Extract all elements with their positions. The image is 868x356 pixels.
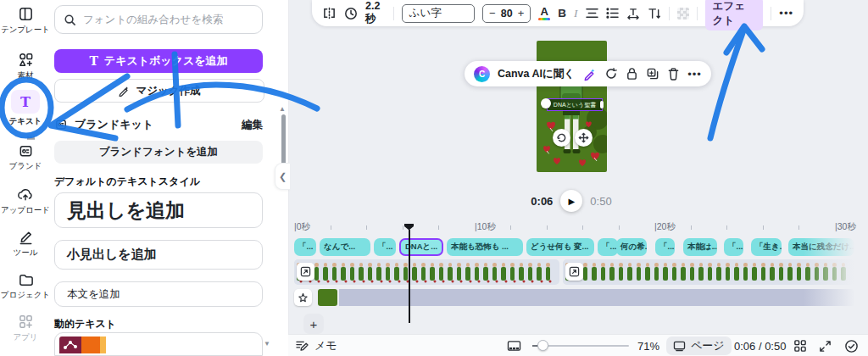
zoom-percentage[interactable]: 71%: [637, 335, 659, 356]
text-align-icon[interactable]: [586, 8, 598, 19]
panel-scroll-up-icon[interactable]: ▲: [279, 105, 286, 113]
sidebar-label: アプリ: [13, 332, 37, 343]
sidebar-item-brand[interactable]: ブランド: [0, 142, 51, 172]
selection-handle-bar[interactable]: [600, 101, 604, 108]
move-handle[interactable]: [575, 129, 593, 147]
video-clip[interactable]: [294, 259, 559, 285]
video-thumbnail: [608, 259, 617, 285]
video-thumbnail: [330, 259, 339, 285]
video-clip-badge-icon[interactable]: [297, 263, 314, 281]
text-color-button[interactable]: A: [538, 6, 550, 21]
timeline-toggle-icon[interactable]: [507, 335, 521, 356]
caption-clip[interactable]: 本当に残念だけ...: [788, 238, 854, 256]
add-brand-font-button[interactable]: ブランドフォントを追加: [54, 141, 263, 164]
video-clip[interactable]: [563, 259, 854, 285]
canva-editor: テンプレート 素材 T テキスト ブランド アップロード ツール: [0, 0, 868, 356]
clip-duration[interactable]: 2.2秒: [365, 0, 386, 26]
font-size-increase[interactable]: +: [518, 7, 525, 19]
sidebar-item-text[interactable]: T テキスト: [0, 90, 51, 127]
sidebar-label: テキスト: [9, 116, 42, 127]
context-more-button[interactable]: •••: [687, 68, 702, 81]
flip-icon[interactable]: [322, 7, 337, 19]
brand-kit-edit-link[interactable]: 編集: [242, 118, 263, 132]
video-thumbnail: [830, 259, 839, 285]
caption-clip[interactable]: DNAと...: [399, 238, 443, 256]
caption-clip[interactable]: 「...: [374, 238, 396, 256]
magic-edit-icon[interactable]: [582, 67, 597, 81]
default-styles-heading: デフォルトのテキストスタイル: [54, 175, 200, 189]
text-orientation-icon[interactable]: [648, 8, 661, 19]
text-color-bar: [538, 18, 550, 21]
bold-button[interactable]: B: [558, 7, 566, 19]
status-bar: メモ 71% ページ 0:06 / 0:50: [288, 334, 868, 356]
list-icon[interactable]: [606, 8, 619, 19]
selection-handle-circle[interactable]: [541, 98, 551, 108]
delete-icon[interactable]: [667, 67, 680, 81]
duplicate-icon[interactable]: [646, 67, 659, 81]
page-view-button[interactable]: ページ: [666, 337, 732, 355]
ask-canva-ai-button[interactable]: Canva AIに聞く: [498, 67, 575, 81]
dynamic-text-thumb-orange: [81, 337, 100, 353]
sidebar-item-projects[interactable]: プロジェクト: [0, 271, 51, 301]
check-circle-icon[interactable]: [844, 335, 859, 356]
effects-button[interactable]: エフェクト: [705, 0, 764, 31]
video-thumbnail: [481, 259, 491, 285]
sidebar-label: テンプレート: [1, 25, 50, 36]
caption-clip[interactable]: 「...: [294, 238, 316, 256]
play-button[interactable]: ▶: [560, 190, 582, 212]
notes-button[interactable]: メモ: [295, 335, 337, 356]
font-search-input[interactable]: フォントの組み合わせを検索: [54, 5, 263, 34]
duration-clock-icon[interactable]: [344, 7, 358, 20]
panel-scrollbar[interactable]: [281, 114, 286, 165]
ruler-label: |10秒: [475, 221, 496, 233]
video-thumbnail: [499, 259, 509, 285]
element-track-badge-icon[interactable]: [294, 289, 312, 306]
panel-collapse-button[interactable]: ❮: [275, 163, 290, 190]
add-track-button[interactable]: +: [303, 314, 324, 334]
zoom-slider-knob[interactable]: [537, 340, 548, 351]
add-body-card[interactable]: 本文を追加: [54, 281, 263, 307]
ruler-tick: [438, 225, 439, 230]
add-heading-card[interactable]: 見出しを追加: [54, 192, 263, 228]
ruler-tick: [331, 225, 331, 230]
caption-clip[interactable]: 「...: [724, 238, 743, 256]
video-thumbnail: [321, 259, 331, 285]
caption-clip[interactable]: 僕らは 生: [860, 238, 868, 256]
toolbar-more-button[interactable]: •••: [779, 7, 793, 19]
caption-clip[interactable]: 「...: [598, 238, 618, 256]
caption-clip[interactable]: なんで...: [320, 238, 370, 256]
rotate-handle[interactable]: [553, 129, 570, 147]
regenerate-icon[interactable]: [604, 67, 618, 81]
caption-clip[interactable]: 「生き...: [751, 238, 782, 256]
caption-clip[interactable]: 何の希...: [616, 238, 647, 256]
playhead-line[interactable]: [409, 230, 410, 323]
grid-view-icon[interactable]: [793, 335, 807, 356]
italic-button[interactable]: I: [574, 7, 578, 20]
element-clip-bar[interactable]: [339, 289, 854, 306]
sidebar-item-templates[interactable]: テンプレート: [0, 6, 51, 36]
sidebar-item-uploads[interactable]: アップロード: [0, 186, 51, 216]
caption-clip[interactable]: どうせ何も 変...: [526, 238, 594, 256]
transparency-icon[interactable]: [677, 8, 689, 19]
add-textbox-button[interactable]: T テキストボックスを追加: [54, 49, 263, 73]
sidebar-item-elements[interactable]: 素材: [0, 52, 51, 81]
video-clip-badge-icon[interactable]: [565, 263, 583, 281]
font-size-value[interactable]: 80: [501, 8, 513, 19]
font-size-decrease[interactable]: −: [489, 7, 496, 19]
sidebar-item-apps[interactable]: アプリ: [0, 314, 51, 343]
dynamic-text-card[interactable]: [54, 332, 263, 356]
fullscreen-icon[interactable]: [819, 335, 832, 356]
add-subheading-card[interactable]: 小見出しを追加: [54, 240, 263, 270]
lock-icon[interactable]: [626, 67, 638, 81]
caption-clip[interactable]: 「...: [655, 238, 675, 256]
magic-write-button[interactable]: マジック作成: [54, 79, 264, 103]
caption-clip[interactable]: 本能は...: [683, 238, 717, 256]
selected-text-element[interactable]: DNAという聖書: [547, 98, 603, 111]
video-thumbnail: [410, 259, 420, 285]
sidebar-item-tools[interactable]: ツール: [0, 229, 51, 259]
font-family-select[interactable]: ふい字: [402, 4, 475, 23]
panel-scroll-down-icon[interactable]: ▼: [264, 340, 270, 348]
letter-spacing-icon[interactable]: [626, 8, 640, 19]
caption-clip[interactable]: 本能も恐怖も ...: [447, 238, 523, 256]
element-clip-green[interactable]: [318, 289, 337, 306]
